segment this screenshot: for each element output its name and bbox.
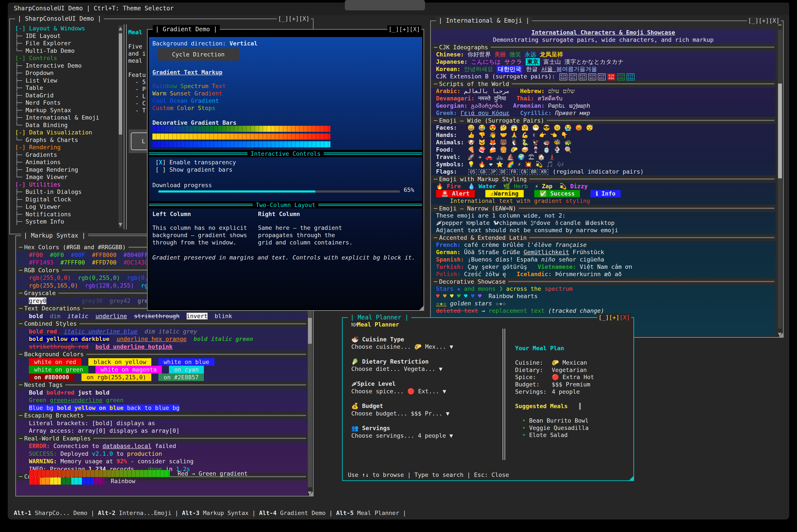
resize-grip-icon[interactable]	[308, 491, 314, 496]
cuisine-dropdown[interactable]: Choose cuisine... 🌮 Mex... ▼	[351, 343, 498, 350]
text-segment: Multi-Tab Demo	[26, 48, 75, 54]
tree-item[interactable]: └─ Graphs & Charts	[10, 136, 118, 144]
text-segment: #0F0	[50, 251, 64, 258]
checkbox-enable-transparency[interactable]: [X] Enable transparency	[155, 159, 236, 166]
cycle-direction-button[interactable]: Cycle Direction	[157, 48, 239, 61]
maximize-button[interactable]: [+]	[289, 15, 299, 22]
text-segment: └─	[15, 174, 26, 180]
text-segment: ▼	[443, 388, 446, 395]
text-row: Devanagari: नमस्ते दुनिया Thai: สวัสดีคร…	[431, 95, 776, 102]
text-segment: Japanese:	[436, 58, 471, 65]
tree-item[interactable]: ├─ Digital Clock	[10, 196, 118, 203]
cjk-extb-glyph: 020001	[569, 73, 577, 80]
minimize-button[interactable]: [_]	[598, 314, 609, 321]
scroll-down-icon[interactable]	[118, 223, 123, 226]
text-segment: ♥	[450, 293, 457, 299]
maximize-button[interactable]: [+]	[399, 26, 409, 33]
text-segment: Animals:	[436, 139, 467, 146]
section-header: ─Emoji — Narrow (EAW=N)	[431, 205, 776, 212]
text-segment: Food:	[436, 146, 467, 153]
taskbar[interactable]: Alt-1 SharpCo... Demo | Alt-2 Interna...…	[14, 510, 406, 516]
text-segment: Armenian:	[513, 102, 548, 109]
tree-item[interactable]: ├─ Interactive Demo	[10, 62, 118, 70]
section-header: ─Real-World Examples	[16, 435, 307, 442]
checkbox-show-gradient-bars[interactable]: [ ] Show gradient bars	[155, 166, 233, 173]
text-segment: deleted text	[436, 307, 478, 314]
scrollbar-thumb[interactable]	[778, 83, 782, 178]
resize-grip-icon[interactable]	[628, 475, 634, 481]
text-segment	[180, 313, 187, 319]
tree-item[interactable]: ├─ Dropdown	[10, 69, 118, 77]
text-segment	[503, 102, 513, 109]
scrollbar-thumb[interactable]	[308, 318, 312, 344]
tree-item[interactable]: ├─ System Info	[10, 218, 118, 226]
servings-dropdown[interactable]: Choose servings... 4 people ▼	[351, 432, 498, 439]
servings-label: 👥 Servings	[351, 424, 498, 432]
resize-grip-icon[interactable]	[778, 332, 784, 338]
minimize-button[interactable]: [_]	[748, 17, 759, 24]
tree-item[interactable]: ├─ Nerd Fonts	[10, 99, 118, 107]
suggested-meal-item[interactable]: • Elote Salad	[515, 432, 627, 439]
tree-item[interactable]: ├─ DataGrid	[10, 92, 118, 99]
tree-item[interactable]: ├─ Image Rendering	[10, 166, 118, 174]
tree-item[interactable]: ├─ Table	[10, 84, 118, 92]
tree-item[interactable]: ├─ Markup Syntax	[10, 107, 118, 114]
close-button[interactable]: [X]	[769, 17, 780, 24]
tree-item[interactable]: ├─ Gradients	[10, 151, 118, 159]
tree-item[interactable]: [-] Data Visualization	[10, 129, 118, 136]
tree-item[interactable]: ├─ List View	[10, 77, 118, 84]
suggested-meal-item[interactable]: • Veggie Quesadilla	[515, 424, 627, 432]
tree-item[interactable]: [-] Rendering	[10, 144, 118, 151]
close-button[interactable]: [X]	[619, 314, 630, 321]
tree-scrollbar[interactable]	[118, 26, 123, 228]
maximize-button[interactable]: [+]	[758, 17, 769, 24]
suggested-meal-item[interactable]: • Bean Burrito Bowl	[515, 417, 627, 424]
tree-item[interactable]: ├─ Notifications	[10, 211, 118, 218]
text-segment	[151, 359, 159, 365]
text-segment: 서울	[541, 66, 556, 72]
window-buttons[interactable]: [_][+][X]	[277, 15, 311, 23]
text-segment: 💫	[552, 183, 570, 190]
maximize-button[interactable]: [+]	[609, 314, 619, 321]
terminal-tab[interactable]	[345, 0, 425, 10]
tree-item[interactable]: ├─ Log Viewer	[10, 203, 118, 211]
scrollbar-thumb[interactable]	[119, 33, 122, 135]
text-segment: rgb(255,0,0)	[29, 274, 71, 281]
tree-item[interactable]: ├─ Animations	[10, 158, 118, 166]
window-buttons[interactable]: [_][+][X]	[597, 314, 631, 321]
tree-item[interactable]: [-] Controls	[10, 55, 118, 62]
tree-item[interactable]: ├─ IDE Layout	[10, 32, 118, 40]
text-segment: └─	[15, 48, 26, 54]
dietary-dropdown[interactable]: Choose diet... Vegeta... ▼	[351, 365, 498, 373]
tree-item[interactable]: [-] Layout & Windows	[10, 25, 118, 32]
text-segment: Meal	[128, 29, 142, 36]
text-segment: List View	[26, 77, 57, 84]
tree-item[interactable]: └─ Image Viewer	[10, 173, 118, 181]
close-button[interactable]: [X]	[409, 26, 420, 33]
tree-item[interactable]: ├─ File Explorer	[10, 40, 118, 47]
minimize-button[interactable]: [_]	[389, 26, 399, 33]
resize-grip-icon[interactable]	[419, 305, 424, 311]
tree-item[interactable]: └─ Data Binding	[10, 121, 118, 129]
spice-dropdown[interactable]: Choose spice... 🔴 Ext... ▼	[351, 388, 498, 395]
scroll-up-icon[interactable]	[118, 27, 123, 31]
tree-item[interactable]: [-] Utilities	[10, 181, 118, 188]
text-segment: ⚡	[528, 183, 542, 190]
budget-dropdown[interactable]: Choose budget... $$$ Pr... ▼	[351, 410, 498, 417]
minimize-button[interactable]: [_]	[278, 15, 289, 22]
tree-item[interactable]: ├─ Built-in Dialogs	[10, 188, 118, 196]
window-buttons[interactable]: [_][+][X]	[747, 17, 781, 24]
launch-button[interactable]: L	[129, 130, 148, 153]
text-segment: - consider scaling	[127, 458, 193, 464]
international-scrollbar[interactable]	[778, 30, 782, 328]
text-row: Faces: 😀 😂 😍 🤔 😱 🤗 😷 😎 😐 😭 😡 😴	[431, 124, 776, 131]
text-segment: señor cigüeña	[555, 256, 604, 263]
text-segment: Nerd Fonts	[26, 99, 61, 106]
text-segment: bold yellow on blue	[57, 404, 124, 411]
text-segment: Image Viewer	[26, 174, 68, 180]
text-segment: Suggested Meals	[515, 403, 568, 410]
tree-item[interactable]: └─ Multi-Tab Demo	[10, 47, 118, 55]
tree-item[interactable]: ├─ International & Emoji	[10, 114, 118, 121]
close-button[interactable]: [X]	[299, 15, 310, 22]
window-buttons[interactable]: [_][+][X]	[387, 25, 421, 33]
